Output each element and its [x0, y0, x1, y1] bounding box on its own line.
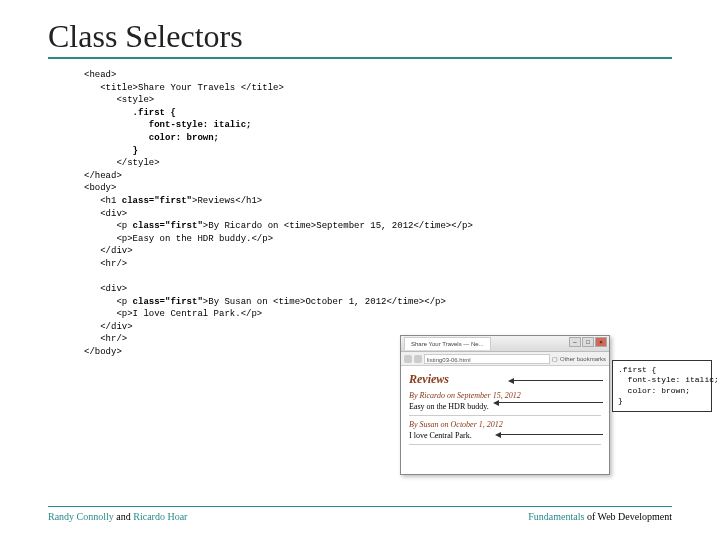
code-line: </style>: [84, 158, 160, 168]
code-line: >By Ricardo on <time>September 15, 2012<…: [203, 221, 473, 231]
code-line: color: brown;: [84, 133, 219, 143]
author-name: Ricardo Hoar: [133, 511, 187, 522]
rendered-first-p: By Ricardo on September 15, 2012: [409, 391, 601, 400]
browser-screenshot: Share Your Travels — Ne... – □ × listing…: [400, 335, 610, 475]
footer-text: and: [114, 511, 133, 522]
rendered-p: I love Central Park.: [409, 431, 601, 440]
code-line: <p>Easy on the HDR buddy.</p>: [84, 234, 273, 244]
code-line: <title>Share Your Travels </title>: [84, 83, 284, 93]
rendered-hr: [409, 415, 601, 416]
code-line: <p: [84, 221, 133, 231]
code-line: class="first": [133, 297, 203, 307]
close-icon[interactable]: ×: [595, 337, 607, 347]
code-line: <h1: [84, 196, 122, 206]
maximize-icon[interactable]: □: [582, 337, 594, 347]
bookmark-text: Other bookmarks: [560, 356, 606, 362]
rendered-first-p: By Susan on October 1, 2012: [409, 420, 601, 429]
rendered-hr: [409, 444, 601, 445]
code-line: </div>: [84, 246, 133, 256]
code-line: font-style: italic;: [84, 120, 251, 130]
book-title-part: of Web Development: [584, 511, 672, 522]
code-line: class="first": [133, 221, 203, 231]
title-rule: [48, 57, 672, 59]
code-line: .first {: [84, 108, 176, 118]
code-line: >Reviews</h1>: [192, 196, 262, 206]
code-line: <hr/>: [84, 259, 127, 269]
code-line: <body>: [84, 183, 116, 193]
code-line: </body>: [84, 347, 122, 357]
code-line: <head>: [84, 70, 116, 80]
callout-arrow: [513, 380, 603, 381]
code-line: class="first": [122, 196, 192, 206]
browser-urlbar: listing03-06.html ▢ Other bookmarks: [401, 352, 609, 366]
browser-content: Reviews By Ricardo on September 15, 2012…: [401, 366, 609, 474]
url-field[interactable]: listing03-06.html: [424, 354, 550, 364]
code-line: >By Susan on <time>October 1, 2012</time…: [203, 297, 446, 307]
slide: Class Selectors <head> <title>Share Your…: [0, 0, 720, 540]
footer-right: Fundamentals of Web Development: [528, 511, 672, 522]
code-line: }: [84, 146, 138, 156]
browser-tab[interactable]: Share Your Travels — Ne...: [404, 337, 491, 350]
browser-titlebar: Share Your Travels — Ne... – □ ×: [401, 336, 609, 352]
code-line: <div>: [84, 284, 127, 294]
code-line: <hr/>: [84, 334, 127, 344]
slide-footer: Randy Connolly and Ricardo Hoar Fundamen…: [48, 506, 672, 522]
slide-title: Class Selectors: [48, 18, 672, 55]
author-name: Randy Connolly: [48, 511, 114, 522]
forward-icon[interactable]: [414, 355, 422, 363]
bookmarks-label[interactable]: ▢ Other bookmarks: [552, 355, 606, 362]
code-line: <div>: [84, 209, 127, 219]
code-line: </div>: [84, 322, 133, 332]
back-icon[interactable]: [404, 355, 412, 363]
callout-arrow: [500, 434, 603, 435]
callout-arrow: [498, 402, 603, 403]
css-callout: .first { font-style: italic; color: brow…: [612, 360, 712, 412]
code-line: <style>: [84, 95, 154, 105]
footer-rule: [48, 506, 672, 507]
footer-left: Randy Connolly and Ricardo Hoar: [48, 511, 187, 522]
footer-row: Randy Connolly and Ricardo Hoar Fundamen…: [48, 511, 672, 522]
minimize-icon[interactable]: –: [569, 337, 581, 347]
window-buttons: – □ ×: [569, 337, 607, 347]
code-line: <p>I love Central Park.</p>: [84, 309, 262, 319]
code-line: </head>: [84, 171, 122, 181]
code-block: <head> <title>Share Your Travels </title…: [48, 69, 672, 359]
code-line: <p: [84, 297, 133, 307]
book-title-part: Fundamentals: [528, 511, 584, 522]
rendered-p: Easy on the HDR buddy.: [409, 402, 601, 411]
